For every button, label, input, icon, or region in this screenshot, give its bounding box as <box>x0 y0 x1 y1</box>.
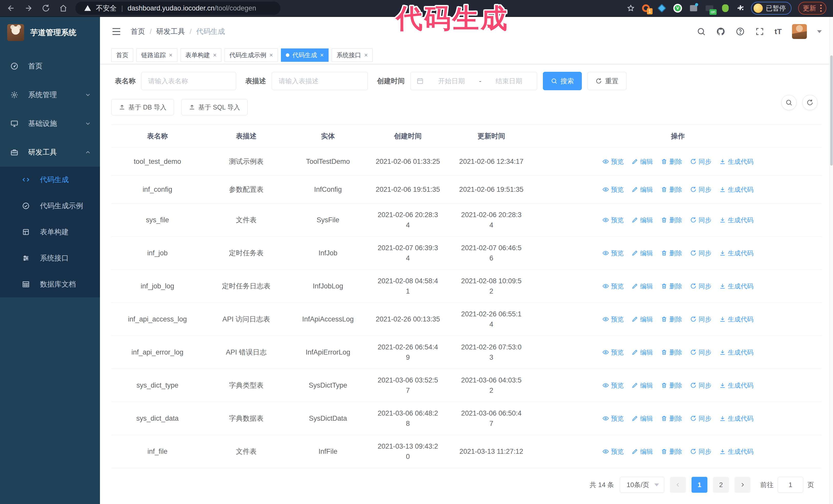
trash-action-link[interactable]: 删除 <box>661 315 682 323</box>
sync-action-link[interactable]: 同步 <box>690 185 712 194</box>
table-desc-input[interactable] <box>279 77 361 85</box>
eye-action-link[interactable]: 预览 <box>602 348 624 357</box>
edit-action-link[interactable]: 编辑 <box>632 158 653 166</box>
browser-back-icon[interactable] <box>7 4 15 13</box>
download-action-link[interactable]: 生成代码 <box>719 185 754 194</box>
eye-action-link[interactable]: 预览 <box>602 158 624 166</box>
edit-action-link[interactable]: 编辑 <box>632 315 653 323</box>
edit-action-link[interactable]: 编辑 <box>632 447 653 456</box>
fullscreen-icon[interactable] <box>755 27 764 36</box>
browser-forward-icon[interactable] <box>24 4 33 13</box>
edit-action-link[interactable]: 编辑 <box>632 216 653 224</box>
import-sql-button[interactable]: 基于 SQL 导入 <box>181 99 247 115</box>
sidebar-item-gauge[interactable]: 首页 <box>0 52 100 80</box>
profile-paused-pill[interactable]: 已暂停 <box>751 2 791 15</box>
sync-action-link[interactable]: 同步 <box>690 381 712 390</box>
sync-action-link[interactable]: 同步 <box>690 282 712 290</box>
trash-action-link[interactable]: 删除 <box>661 249 682 257</box>
tab-6[interactable]: 系统接口× <box>332 48 373 62</box>
header-search-icon[interactable] <box>697 27 706 36</box>
edit-action-link[interactable]: 编辑 <box>632 348 653 357</box>
download-action-link[interactable]: 生成代码 <box>719 216 754 224</box>
import-db-button[interactable]: 基于 DB 导入 <box>111 99 174 115</box>
page-button-2[interactable]: 2 <box>713 477 729 493</box>
eye-action-link[interactable]: 预览 <box>602 381 624 390</box>
avatar-caret-down-icon[interactable] <box>817 30 822 33</box>
close-icon[interactable]: × <box>320 52 324 58</box>
close-icon[interactable]: × <box>169 52 172 58</box>
app-logo[interactable]: 芋道管理系统 <box>0 17 100 48</box>
sidebar-item-monitor[interactable]: 基础设施 <box>0 109 100 138</box>
extension-v-icon[interactable]: V <box>673 4 682 13</box>
eye-action-link[interactable]: 预览 <box>602 282 624 290</box>
breadcrumb-item[interactable]: 首页 <box>131 27 145 37</box>
extension-grid-icon[interactable] <box>689 4 698 13</box>
trash-action-link[interactable]: 删除 <box>661 185 682 194</box>
reset-button[interactable]: 重置 <box>588 72 626 90</box>
sync-action-link[interactable]: 同步 <box>690 447 712 456</box>
download-action-link[interactable]: 生成代码 <box>719 348 754 357</box>
trash-action-link[interactable]: 删除 <box>661 447 682 456</box>
search-button[interactable]: 搜索 <box>543 72 582 90</box>
edit-action-link[interactable]: 编辑 <box>632 249 653 257</box>
sync-action-link[interactable]: 同步 <box>690 216 712 224</box>
help-question-icon[interactable] <box>736 27 745 36</box>
trash-action-link[interactable]: 删除 <box>661 216 682 224</box>
download-action-link[interactable]: 生成代码 <box>719 158 754 166</box>
sidebar-subitem-dbtable[interactable]: 数据库文档 <box>0 271 100 297</box>
prev-page-button[interactable] <box>670 477 686 493</box>
sidebar-subitem-form[interactable]: 表单构建 <box>0 219 100 245</box>
sync-action-link[interactable]: 同步 <box>690 249 712 257</box>
address-bar[interactable]: 不安全 | dashboard.yudao.iocoder.cn/tool/co… <box>75 2 280 15</box>
date-range-picker[interactable]: 开始日期 - 结束日期 <box>410 72 537 90</box>
extension-creature-icon[interactable] <box>721 4 730 13</box>
goto-page-input[interactable] <box>778 477 803 493</box>
eye-action-link[interactable]: 预览 <box>602 249 624 257</box>
edit-action-link[interactable]: 编辑 <box>632 414 653 423</box>
toggle-search-circle-button[interactable] <box>781 95 796 110</box>
user-avatar[interactable] <box>792 24 807 39</box>
page-button-1[interactable]: 1 <box>691 477 708 493</box>
trash-action-link[interactable]: 删除 <box>661 158 682 166</box>
edit-action-link[interactable]: 编辑 <box>632 282 653 290</box>
sync-action-link[interactable]: 同步 <box>690 414 712 423</box>
extensions-puzzle-icon[interactable] <box>737 4 744 12</box>
eye-action-link[interactable]: 预览 <box>602 315 624 323</box>
download-action-link[interactable]: 生成代码 <box>719 249 754 257</box>
hamburger-icon[interactable] <box>111 26 121 37</box>
next-page-button[interactable] <box>735 477 751 493</box>
close-icon[interactable]: × <box>364 52 368 58</box>
extension-on-icon[interactable]: on <box>705 4 714 13</box>
sidebar-subitem-sliders[interactable]: 系统接口 <box>0 245 100 271</box>
sidebar-subitem-example[interactable]: 代码生成示例 <box>0 193 100 219</box>
sidebar-subitem-code[interactable]: 代码生成 <box>0 167 100 193</box>
trash-action-link[interactable]: 删除 <box>661 381 682 390</box>
scrollbar-thumb[interactable] <box>830 55 833 166</box>
edit-action-link[interactable]: 编辑 <box>632 381 653 390</box>
refresh-circle-button[interactable] <box>802 95 818 110</box>
tab-2[interactable]: 链路追踪× <box>136 48 177 62</box>
browser-menu-kebab-icon[interactable] <box>820 5 822 12</box>
sync-action-link[interactable]: 同步 <box>690 315 712 323</box>
eye-action-link[interactable]: 预览 <box>602 185 624 194</box>
table-name-input[interactable] <box>148 77 229 85</box>
browser-home-icon[interactable] <box>59 4 68 13</box>
font-size-icon[interactable]: tT <box>775 27 782 36</box>
sidebar-item-toolbox[interactable]: 研发工具 <box>0 138 100 167</box>
eye-action-link[interactable]: 预览 <box>602 447 624 456</box>
download-action-link[interactable]: 生成代码 <box>719 381 754 390</box>
eye-action-link[interactable]: 预览 <box>602 414 624 423</box>
bookmark-star-icon[interactable] <box>627 4 635 12</box>
browser-update-button[interactable]: 更新 <box>798 2 826 15</box>
page-size-select[interactable]: 10条/页 <box>620 477 664 493</box>
download-action-link[interactable]: 生成代码 <box>719 282 754 290</box>
trash-action-link[interactable]: 删除 <box>661 282 682 290</box>
page-scrollbar[interactable] <box>829 17 833 504</box>
tab-5[interactable]: 代码生成× <box>281 48 329 62</box>
download-action-link[interactable]: 生成代码 <box>719 414 754 423</box>
close-icon[interactable]: × <box>213 52 217 58</box>
edit-action-link[interactable]: 编辑 <box>632 185 653 194</box>
eye-action-link[interactable]: 预览 <box>602 216 624 224</box>
tab-3[interactable]: 表单构建× <box>181 48 221 62</box>
sync-action-link[interactable]: 同步 <box>690 158 712 166</box>
